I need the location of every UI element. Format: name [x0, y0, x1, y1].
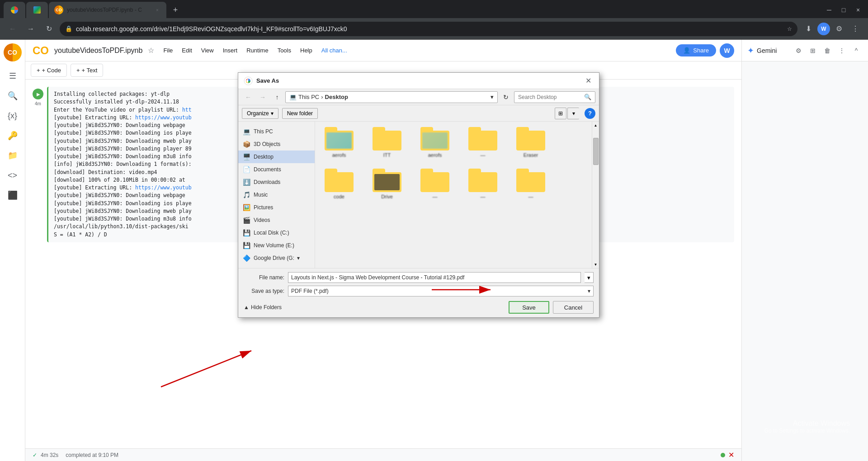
gemini-expand-icon[interactable]: ⊞: [807, 44, 819, 57]
gemini-collapse-icon[interactable]: ^: [850, 44, 863, 57]
menu-view[interactable]: View: [198, 45, 217, 56]
more-options-icon[interactable]: ⋮: [848, 22, 863, 36]
gemini-settings-icon[interactable]: ⚙: [792, 44, 805, 57]
cancel-label: Cancel: [564, 304, 582, 311]
tab-colab[interactable]: CO youtubeVideosToPDF.ipynb - C ×: [49, 2, 166, 18]
organize-button[interactable]: Organize ▾: [242, 108, 278, 119]
file-item-itt[interactable]: ITT: [367, 125, 407, 160]
menu-file[interactable]: File: [160, 45, 176, 56]
sidebar-google-drive[interactable]: 🔷 Google Drive (G: ▾: [238, 252, 315, 264]
scrollbar-down-button[interactable]: ▼: [592, 261, 599, 268]
refresh-button[interactable]: ↻: [42, 22, 56, 36]
gemini-content: [742, 61, 868, 461]
extensions-icon[interactable]: ⚙: [832, 22, 846, 36]
sidebar-videos[interactable]: 🎬 Videos: [238, 214, 315, 226]
save-button[interactable]: Save: [509, 301, 549, 314]
sidebar-new-volume[interactable]: 💾 New Volume (E:): [238, 239, 315, 252]
dialog-refresh-button[interactable]: ↻: [500, 91, 512, 103]
hide-folders-button[interactable]: ▲ Hide Folders: [244, 304, 282, 310]
breadcrumb-pc-icon: 💻: [289, 94, 297, 100]
menu-help[interactable]: Help: [297, 45, 316, 56]
variables-icon[interactable]: {x}: [4, 107, 22, 125]
file-item-aerofs2[interactable]: aerofs: [415, 125, 455, 160]
save-as-type-select[interactable]: PDF File (*.pdf) ▾: [288, 286, 594, 296]
dialog-back-button[interactable]: ←: [242, 91, 255, 103]
user-avatar-colab[interactable]: W: [720, 43, 734, 58]
scrollbar-up-button[interactable]: ▲: [592, 122, 599, 129]
folder-icon-drive: [373, 169, 401, 192]
breadcrumb-dropdown[interactable]: ▾: [491, 94, 494, 100]
cancel-button[interactable]: Cancel: [553, 301, 594, 314]
google-drive-label: Google Drive (G:: [254, 255, 294, 261]
new-tab-button[interactable]: +: [169, 4, 182, 16]
forward-button[interactable]: →: [24, 22, 38, 36]
url-link-3[interactable]: https://www.youtub: [135, 184, 192, 191]
menu-runtime[interactable]: Runtime: [243, 45, 272, 56]
url-link-1[interactable]: htt: [182, 107, 192, 113]
gemini-delete-icon[interactable]: 🗑: [821, 44, 834, 57]
help-icon-dialog[interactable]: ?: [585, 108, 595, 119]
cell-run-button[interactable]: ▶: [33, 89, 43, 99]
download-icon[interactable]: ⬇: [801, 22, 816, 36]
file-item-folder10[interactable]: —: [510, 167, 551, 201]
new-folder-button[interactable]: New folder: [282, 108, 318, 119]
sidebar-downloads[interactable]: ⬇️ Downloads: [238, 176, 315, 188]
notebook-title[interactable]: youtubeVideosToPDF.ipynb: [54, 47, 142, 55]
share-button[interactable]: 👤 Share: [676, 44, 716, 56]
add-code-button[interactable]: + + Code: [31, 64, 67, 77]
file-item-folder4[interactable]: —: [462, 125, 503, 160]
url-link-2[interactable]: https://www.youtub: [135, 114, 192, 121]
view-dropdown[interactable]: ▾: [567, 108, 579, 119]
back-button[interactable]: ←: [5, 22, 20, 36]
tab-drive[interactable]: [26, 2, 48, 18]
sidebar-music[interactable]: 🎵 Music: [238, 188, 315, 201]
dialog-forward-button[interactable]: →: [256, 91, 269, 103]
sidebar-pictures[interactable]: 🖼️ Pictures: [238, 201, 315, 214]
star-icon[interactable]: ☆: [148, 46, 154, 55]
dialog-close-button[interactable]: ✕: [583, 75, 594, 86]
dialog-search-box[interactable]: 🔍: [514, 91, 595, 103]
terminal-icon[interactable]: ⬛: [4, 186, 22, 204]
sidebar-desktop[interactable]: 🖥️ Desktop: [238, 151, 315, 163]
menu-allchanges[interactable]: All chan...: [318, 45, 351, 56]
bookmark-icon[interactable]: ☆: [787, 26, 792, 32]
search-icon[interactable]: 🔍: [4, 87, 22, 105]
help-button[interactable]: ?: [585, 108, 595, 119]
sidebar-this-pc[interactable]: 💻 This PC: [238, 125, 315, 138]
dialog-search-input[interactable]: [518, 94, 584, 100]
minimize-button[interactable]: ─: [823, 4, 835, 16]
tab-gmail[interactable]: [4, 2, 25, 18]
file-item-eraser[interactable]: Eraser: [510, 125, 551, 160]
sidebar-documents[interactable]: 📄 Documents: [238, 163, 315, 176]
file-name-input[interactable]: [288, 272, 581, 283]
close-window-button[interactable]: ×: [852, 4, 864, 16]
menu-tools[interactable]: Tools: [274, 45, 295, 56]
scrollbar-thumb[interactable]: [593, 138, 599, 165]
file-item-aerofs[interactable]: aerofs: [319, 125, 359, 160]
file-name-dropdown[interactable]: ▾: [585, 272, 594, 283]
url-bar[interactable]: 🔒 colab.research.google.com/drive/1Ehdj9…: [60, 22, 797, 36]
status-error-icon[interactable]: ✕: [728, 451, 734, 459]
files-icon[interactable]: 📁: [4, 146, 22, 165]
sidebar-local-disk[interactable]: 💾 Local Disk (C:): [238, 226, 315, 239]
view-icons: ⊞ ▾: [555, 108, 579, 119]
user-avatar[interactable]: W: [817, 23, 830, 35]
file-item-code[interactable]: code: [319, 167, 359, 201]
table-of-contents-icon[interactable]: ☰: [4, 67, 22, 85]
colab-tab-close[interactable]: ×: [154, 6, 161, 14]
menu-edit[interactable]: Edit: [178, 45, 195, 56]
maximize-button[interactable]: □: [837, 4, 850, 16]
dialog-body: 💻 This PC 📦 3D Objects 🖥️ Desktop 📄 Docu…: [238, 122, 599, 268]
menu-insert[interactable]: Insert: [219, 45, 241, 56]
dialog-up-button[interactable]: ↑: [271, 91, 283, 103]
file-item-folder8[interactable]: —: [415, 167, 455, 201]
secrets-icon[interactable]: 🔑: [4, 127, 22, 145]
sidebar-3d-objects[interactable]: 📦 3D Objects: [238, 138, 315, 151]
breadcrumb-bar[interactable]: 💻 This PC › Desktop ▾: [285, 91, 498, 103]
gemini-more-icon[interactable]: ⋮: [835, 44, 848, 57]
file-item-drive[interactable]: Drive: [367, 167, 407, 201]
file-item-folder9[interactable]: —: [462, 167, 503, 201]
add-text-button[interactable]: + + Text: [71, 64, 103, 77]
code-snippets-icon[interactable]: <>: [4, 166, 22, 184]
view-icon-grid[interactable]: ⊞: [555, 108, 566, 119]
